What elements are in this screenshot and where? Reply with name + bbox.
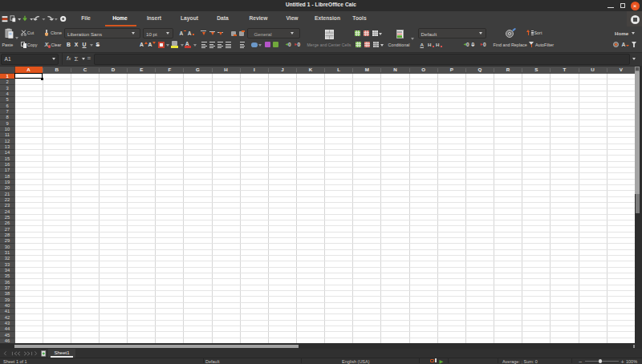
svg-text:G: G xyxy=(196,67,200,72)
svg-text:2: 2 xyxy=(6,79,8,84)
svg-text:28: 28 xyxy=(5,233,10,237)
svg-text:36: 36 xyxy=(5,280,10,285)
svg-text:F: F xyxy=(168,67,171,72)
svg-text:13: 13 xyxy=(5,144,10,149)
svg-text:9: 9 xyxy=(6,121,8,126)
svg-text:L: L xyxy=(337,67,340,72)
svg-text:3: 3 xyxy=(6,86,8,91)
svg-text:B: B xyxy=(55,67,59,72)
svg-text:41: 41 xyxy=(5,309,10,313)
svg-text:18: 18 xyxy=(5,174,10,179)
svg-text:44: 44 xyxy=(5,326,10,331)
svg-text:C: C xyxy=(83,67,87,72)
svg-text:I: I xyxy=(254,67,255,72)
svg-text:40: 40 xyxy=(5,303,10,308)
svg-text:37: 37 xyxy=(5,285,10,290)
svg-text:32: 32 xyxy=(5,256,10,261)
svg-text:N: N xyxy=(393,67,397,72)
svg-text:20: 20 xyxy=(5,185,10,190)
svg-text:R: R xyxy=(506,67,510,72)
svg-text:D: D xyxy=(112,67,116,72)
svg-text:26: 26 xyxy=(5,220,10,225)
svg-text:5: 5 xyxy=(6,97,8,102)
svg-text:25: 25 xyxy=(5,215,10,220)
svg-text:31: 31 xyxy=(5,250,10,255)
svg-text:16: 16 xyxy=(5,162,10,167)
svg-text:27: 27 xyxy=(5,227,10,232)
svg-text:T: T xyxy=(563,67,567,72)
svg-text:29: 29 xyxy=(5,238,10,243)
svg-text:P: P xyxy=(450,67,453,72)
svg-text:17: 17 xyxy=(5,168,10,172)
svg-text:42: 42 xyxy=(5,315,10,320)
svg-text:23: 23 xyxy=(5,203,10,208)
svg-text:15: 15 xyxy=(5,156,10,161)
svg-text:39: 39 xyxy=(5,297,10,302)
svg-text:43: 43 xyxy=(5,321,10,326)
svg-text:Q: Q xyxy=(478,67,482,72)
svg-text:K: K xyxy=(309,67,313,72)
svg-text:E: E xyxy=(140,67,143,72)
svg-text:6: 6 xyxy=(6,103,8,108)
svg-text:22: 22 xyxy=(5,197,10,202)
svg-text:J: J xyxy=(281,67,284,72)
svg-text:35: 35 xyxy=(5,273,10,278)
svg-text:11: 11 xyxy=(5,132,10,137)
svg-text:46: 46 xyxy=(5,338,10,343)
svg-text:M: M xyxy=(365,67,369,72)
svg-text:19: 19 xyxy=(5,180,10,184)
svg-text:30: 30 xyxy=(5,245,10,249)
svg-text:33: 33 xyxy=(5,262,10,267)
svg-text:H: H xyxy=(224,67,228,72)
svg-text:14: 14 xyxy=(5,150,10,155)
svg-text:A: A xyxy=(26,67,30,72)
svg-text:10: 10 xyxy=(5,127,10,131)
svg-text:U: U xyxy=(591,67,595,72)
svg-text:21: 21 xyxy=(5,192,10,196)
svg-text:45: 45 xyxy=(5,333,10,338)
svg-text:O: O xyxy=(421,67,425,72)
svg-text:8: 8 xyxy=(6,115,8,119)
svg-text:24: 24 xyxy=(5,209,10,214)
svg-text:12: 12 xyxy=(5,139,10,144)
svg-text:38: 38 xyxy=(5,291,10,296)
svg-text:34: 34 xyxy=(5,268,10,273)
svg-text:S: S xyxy=(534,67,538,72)
svg-text:7: 7 xyxy=(6,109,8,114)
